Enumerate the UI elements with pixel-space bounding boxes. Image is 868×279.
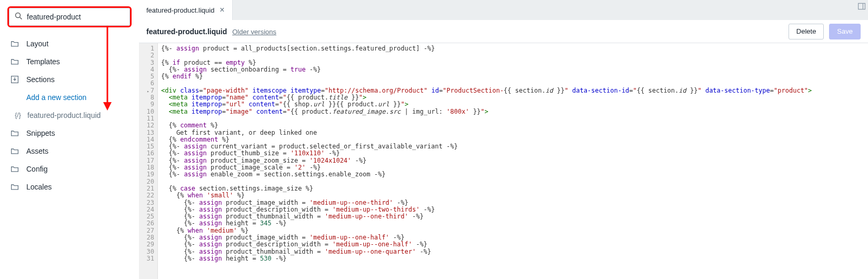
nav-label: Layout [26, 39, 48, 48]
nav-file-featured-product[interactable]: {/} featured-product.liquid [4, 106, 135, 124]
search-highlight-annotation [7, 6, 132, 27]
file-header: featured-product.liquid Older versions D… [139, 20, 868, 43]
nav-label: Config [26, 165, 47, 173]
folder-icon [11, 165, 19, 173]
download-icon [11, 75, 19, 84]
close-icon[interactable]: × [220, 6, 224, 14]
svg-rect-5 [859, 3, 865, 9]
tab-featured-product[interactable]: featured-product.liquid × [139, 0, 233, 20]
nav-item-snippets[interactable]: Snippets [4, 124, 135, 142]
tab-label: featured-product.liquid [146, 6, 214, 14]
line-gutter: 1234567891011121314151617181920212223242… [139, 43, 158, 279]
search-box[interactable] [9, 8, 130, 26]
tab-bar: featured-product.liquid × [139, 0, 868, 20]
nav-label: Snippets [26, 129, 55, 137]
nav-label: Sections [26, 75, 55, 84]
folder-icon [11, 39, 19, 48]
save-button[interactable]: Save [829, 24, 861, 39]
nav-label: Locales [26, 183, 52, 191]
file-title: featured-product.liquid [146, 27, 227, 36]
nav-item-locales[interactable]: Locales [4, 178, 135, 196]
nav-item-sections[interactable]: Sections [4, 71, 135, 88]
folder-icon [11, 129, 19, 137]
nav-item-config[interactable]: Config [4, 160, 135, 178]
nav-label: Add a new section [26, 93, 86, 102]
nav-item-assets[interactable]: Assets [4, 142, 135, 160]
folder-icon [11, 183, 19, 191]
search-input[interactable] [27, 13, 124, 21]
folder-icon [11, 57, 19, 66]
nav-add-new-section[interactable]: Add a new section [4, 88, 135, 106]
nav-label: Assets [26, 147, 48, 155]
svg-line-1 [20, 17, 22, 19]
sidebar: Layout Templates Sections Add a new sect… [0, 0, 139, 279]
dock-panel-icon[interactable] [857, 2, 866, 12]
main-area: featured-product.liquid × featured-produ… [139, 0, 868, 279]
delete-button[interactable]: Delete [789, 24, 824, 39]
nav-label: featured-product.liquid [27, 111, 101, 119]
older-versions-link[interactable]: Older versions [232, 28, 276, 36]
folder-icon [11, 147, 19, 155]
nav-item-templates[interactable]: Templates [4, 53, 135, 71]
code-editor[interactable]: 1234567891011121314151617181920212223242… [139, 43, 868, 279]
code-content[interactable]: {%- assign product = all_products[sectio… [158, 43, 868, 279]
search-icon [15, 12, 23, 22]
nav-item-layout[interactable]: Layout [4, 35, 135, 53]
nav-label: Templates [26, 57, 60, 66]
liquid-file-icon: {/} [14, 111, 22, 119]
svg-point-0 [16, 13, 21, 18]
